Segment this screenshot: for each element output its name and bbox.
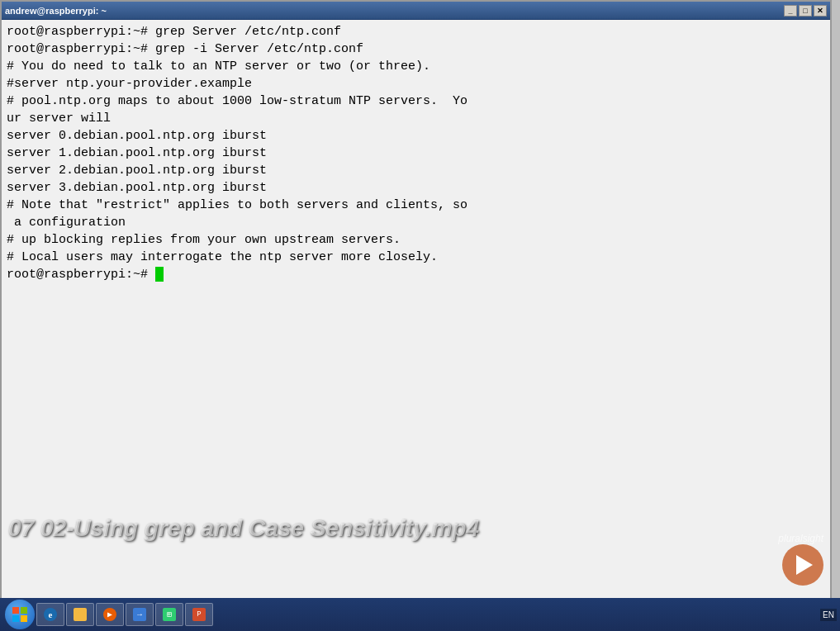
- windows-logo-icon: [11, 605, 29, 624]
- svg-rect-4: [74, 612, 86, 619]
- language-indicator: EN: [820, 609, 837, 621]
- taskbar-item-network[interactable]: ⊞: [155, 603, 183, 626]
- taskbar: e ▶ → ⊞ P EN: [0, 598, 840, 631]
- terminal-line-1: root@raspberrypi:~# grep Server /etc/ntp…: [7, 25, 467, 282]
- close-button[interactable]: ✕: [814, 5, 827, 17]
- taskbar-item-folder[interactable]: [66, 603, 94, 626]
- window-title: andrew@raspberrypi: ~: [5, 6, 107, 16]
- media-icon: ▶: [103, 608, 116, 621]
- maximize-button[interactable]: □: [799, 5, 812, 17]
- taskbar-item-arrow[interactable]: →: [126, 603, 154, 626]
- title-bar: andrew@raspberrypi: ~ _ □ ✕: [2, 2, 830, 20]
- network-icon: ⊞: [163, 608, 176, 621]
- ie-icon: e: [44, 608, 57, 621]
- minimize-button[interactable]: _: [784, 5, 797, 17]
- svg-rect-2: [12, 615, 19, 622]
- taskbar-items: e ▶ → ⊞ P: [36, 603, 820, 626]
- svg-rect-5: [74, 610, 78, 613]
- video-overlay: 07 02-Using grep and Case Sensitivity.mp…: [0, 509, 832, 591]
- system-tray: EN: [820, 609, 837, 621]
- pluralsight-logo: pluralsight: [778, 533, 823, 544]
- play-button[interactable]: [782, 544, 823, 586]
- taskbar-item-powerpoint[interactable]: P: [185, 603, 213, 626]
- svg-rect-1: [21, 607, 27, 614]
- video-title: 07 02-Using grep and Case Sensitivity.mp…: [8, 515, 823, 542]
- svg-rect-0: [12, 607, 19, 614]
- window-controls: _ □ ✕: [784, 5, 827, 17]
- terminal-cursor: [155, 267, 164, 282]
- arrow-icon: →: [133, 608, 146, 621]
- svg-rect-3: [21, 615, 27, 622]
- powerpoint-icon: P: [192, 608, 206, 621]
- play-icon: [796, 555, 813, 575]
- taskbar-item-ie[interactable]: e: [36, 603, 64, 626]
- start-button[interactable]: [5, 600, 35, 629]
- taskbar-item-media[interactable]: ▶: [96, 603, 124, 626]
- scrollbar[interactable]: [832, 0, 840, 631]
- folder-icon: [74, 608, 87, 621]
